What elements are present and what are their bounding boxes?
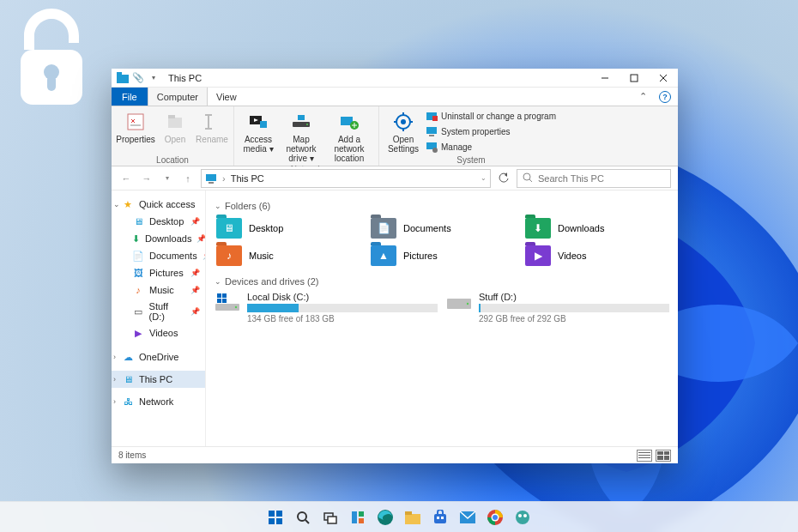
sidebar-item-stuff-d[interactable]: ▭Stuff (D:)📌 — [112, 299, 205, 324]
cloud-icon: ☁ — [122, 351, 134, 363]
sidebar-this-pc[interactable]: ›🖥This PC — [112, 371, 205, 388]
file-explorer-button[interactable] — [402, 507, 423, 528]
start-button[interactable] — [265, 507, 286, 528]
pin-icon: 📌 — [190, 217, 200, 226]
titlebar[interactable]: 📎 ▾ This PC — [112, 69, 678, 88]
svg-marker-37 — [505, 172, 507, 177]
address-dropdown-icon[interactable]: ⌄ — [481, 174, 487, 182]
svg-rect-49 — [276, 511, 282, 517]
svg-point-38 — [523, 173, 530, 180]
ribbon-collapse-icon[interactable]: ⌃ — [634, 88, 652, 106]
svg-rect-63 — [437, 517, 439, 519]
pin-icon: 📌 — [196, 234, 206, 243]
drive-free-text: 292 GB free of 292 GB — [479, 314, 669, 323]
chrome-button[interactable] — [485, 507, 505, 528]
chevron-down-icon[interactable]: ⌄ — [215, 202, 221, 210]
chevron-down-icon[interactable]: ⌄ — [215, 277, 221, 286]
tab-view[interactable]: View — [208, 88, 246, 106]
folder-item-downloads[interactable]: ⬇ Downloads — [523, 216, 669, 240]
svg-rect-60 — [405, 514, 420, 524]
sidebar-item-pictures[interactable]: 🖼Pictures📌 — [112, 264, 205, 281]
folder-label: Desktop — [249, 223, 283, 233]
navigation-pane[interactable]: ⌄ ★ Quick access 🖥Desktop📌 ⬇Downloads📌 📄… — [112, 190, 206, 446]
system-properties-button[interactable]: System properties — [424, 124, 558, 138]
drive-icon — [446, 292, 472, 312]
manage-button[interactable]: Manage — [424, 140, 558, 154]
svg-rect-17 — [260, 121, 267, 128]
sidebar-item-desktop[interactable]: 🖥Desktop📌 — [112, 213, 205, 230]
details-view-button[interactable] — [637, 450, 652, 462]
folder-item-pictures[interactable]: ▲ Pictures — [369, 244, 515, 268]
breadcrumb-chevron-icon[interactable]: › — [222, 173, 226, 184]
svg-rect-45 — [222, 299, 227, 303]
folder-item-videos[interactable]: ▶ Videos — [523, 244, 669, 268]
tab-computer[interactable]: Computer — [148, 88, 208, 106]
svg-rect-48 — [269, 511, 275, 517]
taskbar[interactable] — [0, 501, 798, 532]
edge-button[interactable] — [375, 507, 396, 528]
sidebar-item-documents[interactable]: 📄Documents📌 — [112, 247, 205, 264]
sidebar-quick-access[interactable]: ⌄ ★ Quick access — [112, 196, 205, 213]
devices-section-header[interactable]: ⌄ Devices and drives (2) — [215, 276, 669, 287]
store-button[interactable] — [430, 507, 450, 528]
forward-button[interactable]: → — [139, 171, 154, 186]
svg-rect-3 — [117, 75, 129, 83]
svg-rect-42 — [217, 293, 221, 298]
back-button[interactable]: ← — [118, 171, 134, 186]
add-network-location-button[interactable]: Add a network location — [325, 109, 373, 163]
qat-pin-icon[interactable]: 📎 — [132, 72, 144, 84]
close-button[interactable] — [649, 69, 678, 88]
maximize-button[interactable] — [620, 69, 649, 88]
qat-dropdown-icon[interactable]: ▾ — [148, 72, 160, 84]
mail-button[interactable] — [457, 507, 478, 528]
sidebar-item-downloads[interactable]: ⬇Downloads📌 — [112, 230, 205, 247]
documents-icon: 📄 — [132, 250, 144, 262]
open-settings-button[interactable]: Open Settings — [384, 109, 422, 154]
address-bar[interactable]: › This PC ⌄ — [201, 169, 491, 188]
sidebar-network[interactable]: ›🖧Network — [112, 393, 205, 410]
access-media-button[interactable]: Access media ▾ — [239, 109, 277, 163]
widgets-button[interactable] — [348, 507, 368, 528]
open-button[interactable]: Open — [156, 109, 194, 154]
help-icon[interactable]: ? — [659, 91, 671, 103]
folder-label: Downloads — [558, 223, 604, 233]
svg-rect-2 — [47, 76, 56, 91]
pin-icon: 📌 — [190, 307, 200, 316]
folder-item-music[interactable]: ♪ Music — [215, 244, 360, 268]
sidebar-onedrive[interactable]: ›☁OneDrive — [112, 348, 205, 366]
star-icon: ★ — [122, 198, 134, 210]
svg-point-69 — [516, 511, 529, 524]
chevron-right-icon[interactable]: › — [113, 375, 116, 384]
tab-file[interactable]: File — [112, 88, 148, 106]
content-pane[interactable]: ⌄ Folders (6) 🖥 Desktop 📄 Documents ⬇ Do… — [206, 190, 678, 446]
chevron-right-icon[interactable]: › — [113, 397, 116, 406]
drive-item[interactable]: Stuff (D:) 292 GB free of 292 GB — [446, 292, 669, 323]
large-icons-view-button[interactable] — [656, 450, 671, 462]
search-input[interactable] — [538, 173, 665, 184]
folder-item-desktop[interactable]: 🖥 Desktop — [215, 216, 360, 240]
drive-item[interactable]: Local Disk (C:) 134 GB free of 183 GB — [215, 292, 438, 323]
folder-label: Videos — [558, 251, 586, 261]
up-button[interactable]: ↑ — [180, 171, 196, 186]
taskbar-search-button[interactable] — [293, 507, 313, 528]
sidebar-item-music[interactable]: ♪Music📌 — [112, 281, 205, 299]
task-view-button[interactable] — [320, 507, 341, 528]
map-network-drive-button[interactable]: Map network drive ▾ — [279, 109, 323, 163]
app-button[interactable] — [512, 507, 533, 528]
breadcrumb[interactable]: This PC — [231, 173, 264, 184]
folders-section-header[interactable]: ⌄ Folders (6) — [215, 201, 669, 211]
rename-button[interactable]: Rename — [196, 109, 228, 154]
uninstall-program-button[interactable]: Uninstall or change a program — [424, 109, 558, 123]
sidebar-item-videos[interactable]: ▶Videos — [112, 324, 205, 342]
minimize-button[interactable] — [590, 69, 620, 88]
folder-icon: ⬇ — [525, 218, 551, 239]
chevron-right-icon[interactable]: › — [113, 353, 116, 361]
chevron-down-icon[interactable]: ⌄ — [113, 200, 120, 209]
svg-point-70 — [518, 514, 522, 517]
refresh-button[interactable] — [496, 171, 511, 186]
recent-locations-button[interactable]: ▾ — [160, 171, 175, 186]
folder-item-documents[interactable]: 📄 Documents — [369, 216, 515, 240]
properties-button[interactable]: Properties — [117, 109, 154, 154]
search-box[interactable] — [517, 169, 671, 188]
folder-icon: ▶ — [525, 245, 551, 266]
